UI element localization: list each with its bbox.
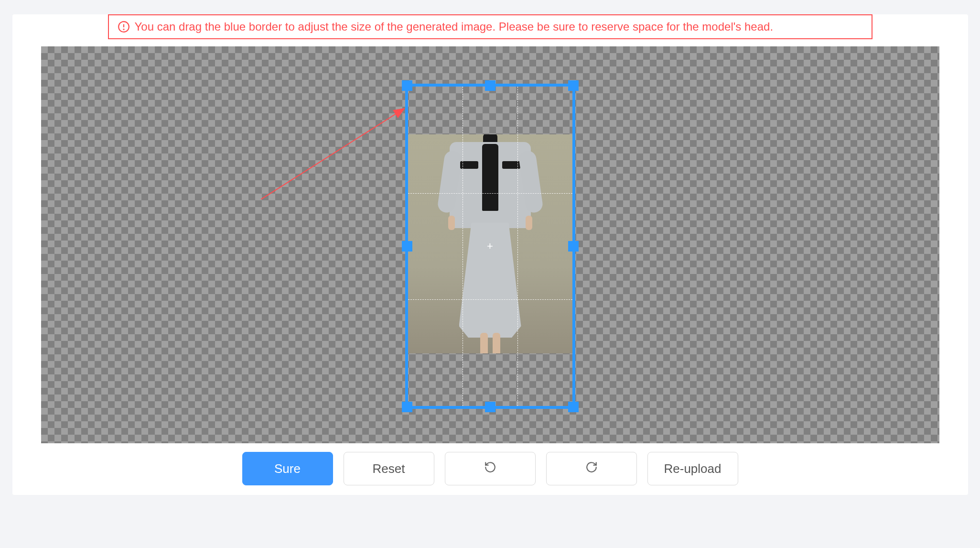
exclamation-circle-icon bbox=[118, 21, 130, 33]
resize-handle-top-left[interactable] bbox=[402, 80, 412, 91]
resize-handle-top[interactable] bbox=[485, 80, 495, 91]
instruction-text: You can drag the blue border to adjust t… bbox=[135, 20, 774, 33]
svg-point-2 bbox=[123, 29, 124, 30]
rotate-left-icon bbox=[484, 461, 496, 477]
resize-handle-left[interactable] bbox=[402, 241, 412, 252]
resize-handle-right[interactable] bbox=[568, 241, 579, 252]
sure-button[interactable]: Sure bbox=[242, 452, 333, 485]
reset-button[interactable]: Reset bbox=[344, 452, 434, 485]
editor-panel: You can drag the blue border to adjust t… bbox=[12, 14, 968, 495]
crop-frame[interactable]: + bbox=[405, 84, 575, 409]
svg-line-4 bbox=[261, 109, 404, 199]
resize-handle-bottom-right[interactable] bbox=[568, 402, 579, 412]
resize-handle-bottom-left[interactable] bbox=[402, 402, 412, 412]
center-cross-icon: + bbox=[486, 242, 495, 251]
reupload-button[interactable]: Re-upload bbox=[647, 452, 738, 485]
resize-handle-bottom[interactable] bbox=[485, 402, 495, 412]
rotate-right-icon bbox=[585, 461, 598, 477]
crop-content: + bbox=[408, 87, 572, 406]
annotation-arrow bbox=[261, 104, 414, 199]
toolbar: Sure Reset Re-upload bbox=[12, 452, 968, 485]
instruction-alert: You can drag the blue border to adjust t… bbox=[108, 14, 872, 39]
image-canvas[interactable]: + bbox=[41, 46, 939, 443]
rotate-right-button[interactable] bbox=[546, 452, 637, 485]
rotate-left-button[interactable] bbox=[445, 452, 536, 485]
resize-handle-top-right[interactable] bbox=[568, 80, 579, 91]
